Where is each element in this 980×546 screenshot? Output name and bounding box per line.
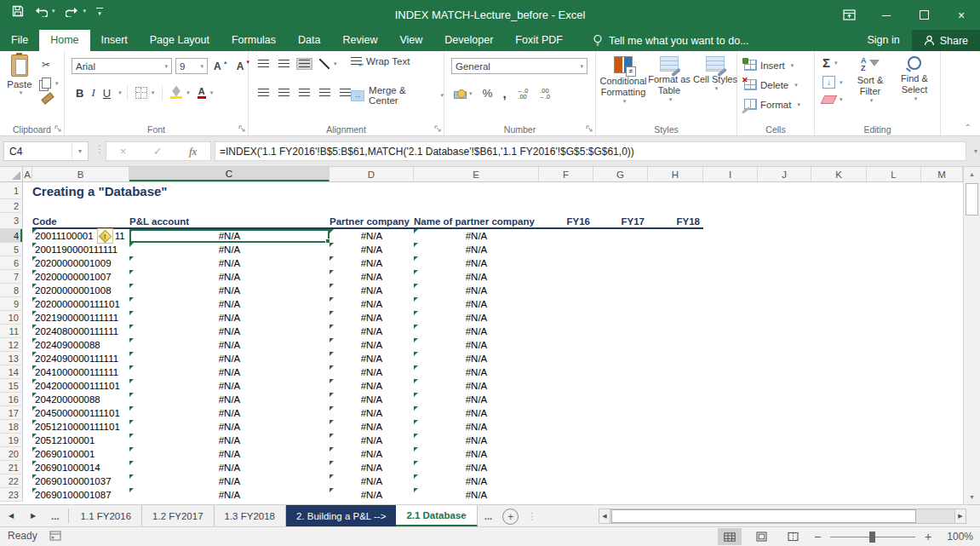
maximize-button[interactable] — [905, 0, 943, 30]
row-header-13[interactable]: 13 — [0, 352, 23, 365]
cell-E7[interactable]: #N/A — [414, 270, 539, 284]
insert-function-button[interactable]: fx — [189, 145, 197, 158]
cell-G3[interactable]: FY17 — [593, 213, 648, 229]
middle-align-button[interactable] — [276, 58, 292, 70]
cell-A2[interactable] — [23, 199, 32, 213]
minimize-button[interactable]: ─ — [868, 0, 905, 30]
cell-A7[interactable] — [23, 270, 32, 284]
cell-D4[interactable]: #N/A — [330, 229, 414, 243]
cell-B5[interactable]: 2001190000111111 — [32, 243, 129, 256]
delete-cells-button[interactable]: Delete▾ — [744, 79, 798, 90]
hidden-sheets-right-indicator[interactable]: ... — [478, 505, 500, 526]
cell-D15[interactable]: #N/A — [330, 379, 414, 393]
cell-A23[interactable] — [23, 488, 32, 502]
cell-E15[interactable]: #N/A — [414, 379, 539, 393]
scroll-left-arrow[interactable]: ◀ — [599, 509, 610, 524]
column-header-G[interactable]: G — [593, 167, 648, 181]
number-format-select[interactable]: General▾ — [451, 58, 587, 74]
page-break-preview-button[interactable] — [781, 528, 805, 545]
ribbon-tab-page-layout[interactable]: Page Layout — [139, 30, 221, 51]
horizontal-scroll-track[interactable] — [610, 509, 954, 524]
error-options-button[interactable]: ! — [97, 228, 113, 244]
cell-A3[interactable] — [23, 213, 32, 229]
cell-D10[interactable]: #N/A — [330, 311, 414, 325]
cell-A9[interactable] — [23, 297, 32, 311]
bottom-align-button[interactable] — [296, 58, 312, 70]
cut-button[interactable]: ✂ — [39, 58, 61, 72]
percent-style-button[interactable]: % — [480, 86, 496, 101]
cell-B14[interactable]: 2041000000111111 — [32, 365, 129, 379]
enter-button[interactable]: ✓ — [153, 145, 163, 158]
clipboard-dialog-launcher[interactable] — [54, 124, 61, 134]
cell-C16[interactable]: #N/A — [129, 393, 330, 406]
cell-A15[interactable] — [23, 379, 32, 393]
cell-E14[interactable]: #N/A — [414, 365, 539, 379]
cell-H3[interactable]: FY18 — [648, 213, 703, 229]
scroll-up-arrow[interactable]: ▲ — [964, 167, 980, 181]
cell-B16[interactable]: 204200000088 — [32, 393, 129, 406]
cell-B19[interactable]: 20512100001 — [32, 434, 129, 447]
cell-D18[interactable]: #N/A — [330, 420, 414, 434]
row-header-3[interactable]: 3 — [0, 213, 23, 229]
merge-center-button[interactable]: ↔ Merge & Center ▾ — [351, 85, 444, 106]
cell-B17[interactable]: 2045000000111101 — [32, 406, 129, 420]
cell-D21[interactable]: #N/A — [330, 461, 414, 474]
column-header-I[interactable]: I — [703, 167, 758, 181]
cell-E9[interactable]: #N/A — [414, 297, 539, 311]
font-dialog-launcher[interactable] — [238, 124, 245, 134]
row-header-21[interactable]: 21 — [0, 461, 23, 474]
normal-view-button[interactable] — [718, 528, 742, 545]
ribbon-tab-insert[interactable]: Insert — [90, 30, 139, 51]
cell-E8[interactable]: #N/A — [414, 284, 539, 297]
cell-C9[interactable]: #N/A — [129, 297, 330, 311]
sheet-scroll-right-button[interactable]: ▶ — [22, 505, 44, 526]
share-button[interactable]: Share — [912, 30, 980, 51]
row-header-9[interactable]: 9 — [0, 297, 23, 311]
cell-A4[interactable] — [23, 229, 32, 243]
cell-B6[interactable]: 20200000001009 — [32, 256, 129, 270]
cell-E16[interactable]: #N/A — [414, 393, 539, 406]
cell-A21[interactable] — [23, 461, 32, 474]
cell-A5[interactable] — [23, 243, 32, 256]
redo-button[interactable]: ▾ — [66, 6, 87, 17]
cell-A8[interactable] — [23, 284, 32, 297]
row-header-17[interactable]: 17 — [0, 406, 23, 420]
borders-button[interactable]: ▾ — [133, 86, 158, 100]
cell-E5[interactable]: #N/A — [414, 243, 539, 256]
cell-E10[interactable]: #N/A — [414, 311, 539, 325]
row-header-4[interactable]: 4 — [0, 229, 23, 243]
cell-B8[interactable]: 20200000001008 — [32, 284, 129, 297]
cell-D19[interactable]: #N/A — [330, 434, 414, 447]
cell-D16[interactable]: #N/A — [330, 393, 414, 406]
vertical-scroll-thumb[interactable] — [966, 183, 978, 216]
sheet-tab-1-3-fy2018[interactable]: 1.3 FY2018 — [215, 505, 286, 526]
fill-color-button[interactable]: ▾ — [168, 87, 192, 100]
cell-C5[interactable]: #N/A — [129, 243, 330, 256]
sheet-tab-1-1-fy2016[interactable]: 1.1 FY2016 — [71, 505, 142, 526]
cell-A19[interactable] — [23, 434, 32, 447]
cell-A18[interactable] — [23, 420, 32, 434]
name-box-dropdown[interactable]: ▾ — [72, 142, 88, 160]
fill-button[interactable]: ↓▾ — [820, 75, 845, 89]
cell-B1[interactable]: Creating a "Database" — [32, 182, 129, 199]
cell-E13[interactable]: #N/A — [414, 352, 539, 365]
cell-B11[interactable]: 2024080000111111 — [32, 325, 129, 338]
sheet-scroll-left-button[interactable]: ◀ — [0, 505, 22, 526]
cell-E19[interactable]: #N/A — [414, 434, 539, 447]
ribbon-tab-home[interactable]: Home — [39, 30, 89, 51]
vertical-scrollbar[interactable]: ▲ ▼ — [963, 167, 980, 504]
cell-D14[interactable]: #N/A — [330, 365, 414, 379]
row-header-11[interactable]: 11 — [0, 325, 23, 338]
cell-D23[interactable]: #N/A — [330, 488, 414, 502]
align-right-button[interactable] — [296, 87, 312, 99]
cell-E22[interactable]: #N/A — [414, 474, 539, 488]
undo-button[interactable]: ▾ — [34, 6, 55, 17]
cell-E4[interactable]: #N/A — [414, 229, 539, 243]
row-header-15[interactable]: 15 — [0, 379, 23, 393]
row-header-20[interactable]: 20 — [0, 447, 23, 461]
paste-button[interactable]: Paste ▾ — [3, 55, 36, 96]
cell-A13[interactable] — [23, 352, 32, 365]
sheet-tab-1-2-fy2017[interactable]: 1.2 FY2017 — [142, 505, 214, 526]
cell-C3[interactable]: P&L account — [129, 213, 330, 229]
customize-quick-access-toolbar-button[interactable]: ▾ — [96, 8, 103, 15]
